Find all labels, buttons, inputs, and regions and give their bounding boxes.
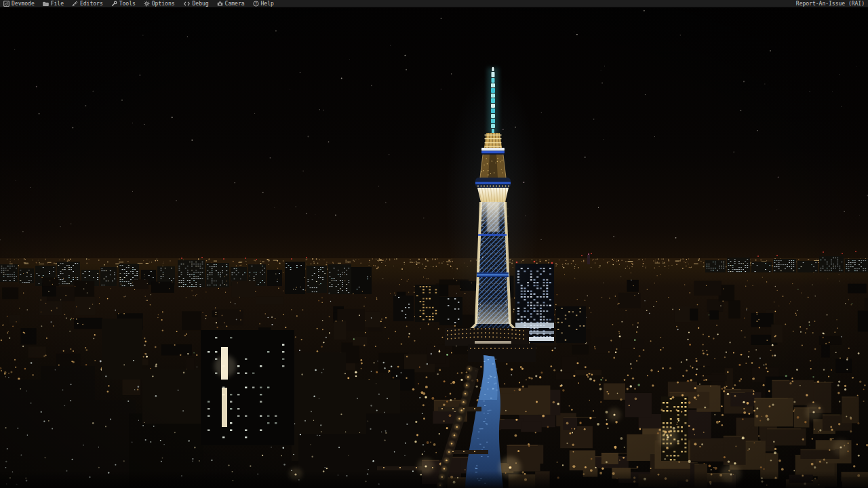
- menu-options[interactable]: Options: [144, 0, 175, 7]
- menu-options-label: Options: [152, 0, 175, 7]
- svg-text:?: ?: [254, 1, 256, 5]
- menu-debug[interactable]: Debug: [183, 0, 209, 7]
- menu-devmode[interactable]: Devmode: [3, 0, 35, 7]
- simulator-viewport[interactable]: [0, 0, 868, 488]
- menu-debug-label: Debug: [193, 0, 209, 7]
- devmode-icon: [3, 1, 9, 7]
- gear-icon: [144, 1, 150, 7]
- menu-camera[interactable]: Camera: [217, 0, 245, 7]
- devmode-menubar: Devmode File Editors Tools: [0, 0, 868, 7]
- help-icon: ?: [253, 1, 259, 7]
- camera-icon: [217, 1, 223, 7]
- menu-devmode-label: Devmode: [12, 0, 35, 7]
- menu-help[interactable]: ? Help: [253, 0, 274, 7]
- menu-file-label: File: [51, 0, 64, 7]
- pencil-icon: [72, 1, 78, 7]
- menu-help-label: Help: [261, 0, 274, 7]
- app-window: Devmode File Editors Tools: [0, 0, 868, 488]
- report-an-issue-button[interactable]: Report-An-Issue (RAI): [796, 0, 865, 7]
- menu-camera-label: Camera: [225, 0, 245, 7]
- wrench-icon: [111, 1, 117, 7]
- code-icon: [183, 1, 191, 7]
- menu-tools-label: Tools: [119, 0, 136, 7]
- menu-items: Devmode File Editors Tools: [3, 0, 274, 7]
- vignette: [0, 0, 868, 488]
- menu-editors-label: Editors: [80, 0, 103, 7]
- menu-tools[interactable]: Tools: [111, 0, 136, 7]
- menu-editors[interactable]: Editors: [72, 0, 103, 7]
- folder-icon: [43, 1, 49, 7]
- menu-file[interactable]: File: [43, 0, 64, 7]
